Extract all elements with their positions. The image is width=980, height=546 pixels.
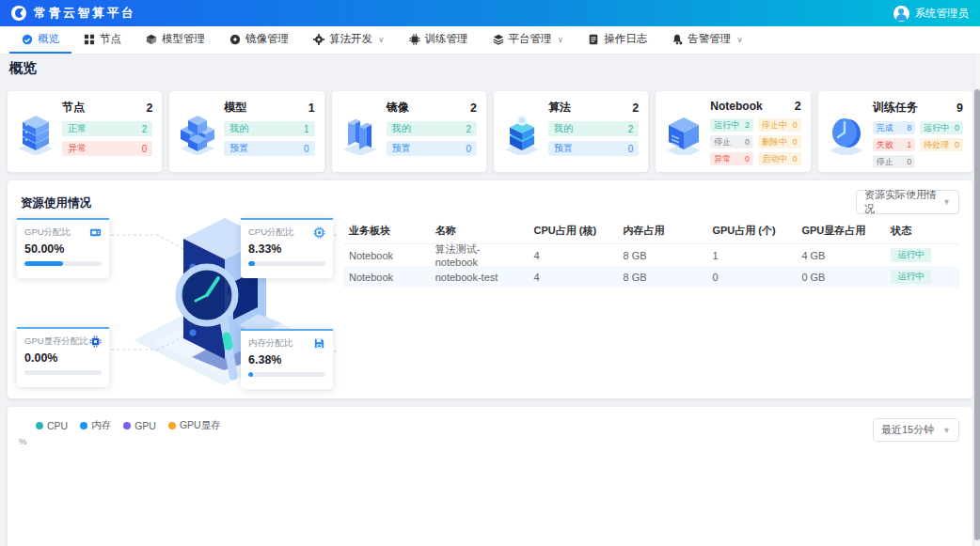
- stat-card-title: Notebook: [710, 100, 762, 113]
- stat-card-count: 1: [308, 101, 315, 115]
- nav-item-algorithm-dev[interactable]: 算法开发 ∨: [301, 26, 397, 54]
- status-badge: 启动中0: [758, 152, 801, 165]
- legend-dot: [36, 422, 43, 429]
- nav-item-training-management[interactable]: 训练管理: [397, 26, 481, 54]
- stat-card-count: 2: [146, 101, 152, 115]
- scrollbar-thumb[interactable]: [974, 89, 980, 540]
- gear-icon: [313, 34, 324, 45]
- image-slabs-icon: [339, 112, 382, 155]
- stat-card-title: 算法: [548, 100, 571, 116]
- nav-item-alert-management[interactable]: 告警管理 ∨: [659, 26, 755, 54]
- stat-card-notebook: Notebook2 运行中2 停止0 异常0 停止中0 删除中0 启动中0: [656, 91, 810, 172]
- status-badge: 正常2: [62, 121, 152, 136]
- stat-cards-row: 节点2 正常2 异常0 模型1 我的1 预置0 镜像2 我的2 预置0: [8, 91, 972, 172]
- stat-card-training-tasks: 训练任务9 完成8 失败1 停止0 运行中0 待处理0: [818, 91, 972, 172]
- status-badge: 运行中2: [710, 118, 753, 132]
- gauge-cpu-allocation: CPU分配比 8.33%: [241, 218, 333, 278]
- chevron-down-icon: ∨: [736, 35, 743, 44]
- nav-item-nodes[interactable]: 节点: [71, 26, 134, 54]
- notebook-cube-icon: [662, 112, 705, 155]
- algorithm-server-icon: [500, 112, 544, 155]
- resource-usage-table: 业务板块 名称 CPU占用 (核) 内存占用 GPU占用 (个) GPU显存占用…: [343, 218, 959, 389]
- status-badge: 停止0: [710, 135, 753, 148]
- page-title: 概览: [9, 59, 37, 77]
- chevron-down-icon: ∨: [378, 35, 385, 44]
- status-badge: 异常0: [710, 152, 753, 165]
- app-logo-icon: [11, 6, 26, 21]
- app-title: 常青云智算平台: [34, 5, 136, 22]
- page-scrollbar: [973, 55, 980, 546]
- user-menu[interactable]: 系统管理员: [893, 6, 970, 22]
- stat-card-models: 模型1 我的1 预置0: [169, 91, 324, 172]
- stat-card-count: 9: [956, 101, 963, 115]
- memory-disk-icon: [313, 337, 325, 350]
- status-badge: 停止中0: [758, 118, 801, 132]
- server-stack-icon: [14, 112, 57, 155]
- legend-item-memory[interactable]: 内存: [80, 419, 111, 432]
- status-badge: 删除中0: [758, 135, 801, 148]
- stat-card-nodes: 节点2 正常2 异常0: [8, 91, 162, 172]
- status-badge: 我的2: [387, 121, 477, 136]
- training-clock-icon: [825, 112, 868, 155]
- top-header: 常青云智算平台 系统管理员: [0, 0, 980, 26]
- nav-item-operation-logs[interactable]: 操作日志: [576, 26, 659, 54]
- gpu-card-icon: [89, 226, 102, 239]
- status-badge: 预置0: [387, 141, 477, 156]
- overview-icon: [22, 34, 33, 45]
- model-cubes-icon: [176, 112, 219, 155]
- nav-item-platform-management[interactable]: 平台管理 ∨: [481, 26, 577, 54]
- gauge-gpu-allocation: GPU分配比 50.00%: [17, 218, 109, 278]
- chart-legend: CPU 内存 GPU GPU显存: [36, 419, 221, 432]
- progress-bar: [248, 261, 325, 266]
- stat-card-title: 镜像: [387, 100, 409, 116]
- nav-item-image-management[interactable]: 镜像管理: [217, 26, 301, 54]
- chevron-down-icon: ▼: [942, 197, 951, 207]
- stat-card-count: 2: [470, 101, 477, 115]
- chevron-down-icon: ▼: [942, 426, 951, 435]
- layers-icon: [493, 34, 504, 45]
- resource-monitor-panel: CPU 内存 GPU GPU显存 最近15分钟 ▼ %: [8, 407, 972, 546]
- nodes-icon: [84, 34, 95, 45]
- status-badge: 运行中0: [920, 121, 963, 134]
- status-badge: 停止0: [873, 155, 916, 168]
- gauge-gpu-memory-allocation: GPU显存分配比 0.00%: [17, 327, 109, 387]
- nav-item-overview[interactable]: 概览: [9, 26, 71, 54]
- bell-icon: [672, 34, 683, 45]
- nav-item-model-management[interactable]: 模型管理: [134, 26, 217, 54]
- chevron-down-icon: ∨: [558, 35, 564, 44]
- stat-card-title: 训练任务: [873, 100, 918, 116]
- resource-usage-panel: 资源使用情况 资源实际使用情况 ▼ GPU分配比 50.00%: [8, 180, 972, 398]
- user-avatar-icon: [893, 6, 909, 22]
- resource-view-select[interactable]: 资源实际使用情况 ▼: [856, 190, 959, 214]
- stat-card-title: 节点: [62, 100, 85, 116]
- status-badge: 预置0: [224, 141, 314, 156]
- main-nav: 概览 节点 模型管理 镜像管理 算法开发 ∨ 训练管理 平台管理 ∨ 操作日志 …: [0, 26, 980, 55]
- progress-bar: [24, 370, 102, 375]
- model-cube-icon: [146, 34, 157, 45]
- status-badge: 我的2: [548, 121, 639, 136]
- gauge-memory-allocation: 内存分配比 6.38%: [241, 329, 333, 389]
- stat-card-images: 镜像2 我的2 预置0: [332, 91, 486, 172]
- status-badge: 运行中: [891, 248, 931, 262]
- stat-card-algorithms: 算法2 我的2 预置0: [494, 91, 648, 172]
- table-row[interactable]: Notebook 算法测试-notebook 4 8 GB 1 4 GB 运行中: [343, 244, 959, 266]
- legend-item-gpu[interactable]: GPU: [123, 420, 156, 431]
- legend-dot: [123, 422, 131, 429]
- table-row[interactable]: Notebook notebook-test 4 8 GB 0 0 GB 运行中: [343, 266, 959, 288]
- status-badge: 异常0: [62, 141, 152, 156]
- chip-icon: [409, 34, 420, 45]
- status-badge: 失败1: [873, 138, 916, 151]
- document-icon: [588, 34, 599, 45]
- legend-dot: [80, 422, 87, 429]
- legend-item-gpu-memory[interactable]: GPU显存: [168, 419, 221, 432]
- time-range-select[interactable]: 最近15分钟 ▼: [873, 418, 959, 442]
- legend-dot: [168, 422, 176, 429]
- status-badge: 运行中: [891, 270, 931, 284]
- status-badge: 我的1: [224, 121, 314, 136]
- image-disc-icon: [229, 34, 241, 45]
- cpu-chip-icon: [313, 226, 325, 239]
- progress-bar: [24, 261, 102, 266]
- legend-item-cpu[interactable]: CPU: [36, 420, 68, 431]
- stat-card-count: 2: [632, 101, 639, 115]
- status-badge: 完成8: [873, 121, 916, 134]
